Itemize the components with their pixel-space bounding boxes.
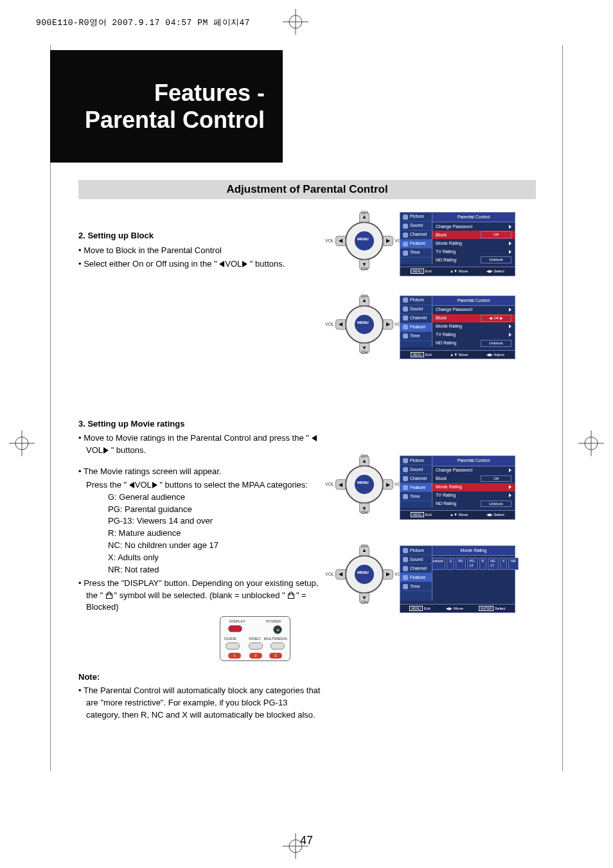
right-arrow-icon xyxy=(509,485,511,489)
page-title-line2: Parental Control xyxy=(85,107,265,134)
osd-footer: MENUExit ▲▼ Move ◀▶ Adjust xyxy=(400,350,515,359)
text-span: Move to Movie ratings in the Parental Co… xyxy=(84,433,311,443)
dpad-figure: MENU ▲ ▼ ◀ ▶ CH CH VOL VOL xyxy=(335,296,393,353)
left-arrow-icon xyxy=(312,435,317,441)
osd-side-item: Channel xyxy=(400,231,432,240)
dpad-right-icon: ▶ xyxy=(383,479,393,490)
osd-side-item: Sound xyxy=(400,222,432,231)
multimedia-button xyxy=(271,642,285,650)
time-icon xyxy=(403,251,408,256)
body-text: The Parental Control will automatically … xyxy=(78,685,323,722)
osd-side-item: Time xyxy=(400,582,432,591)
page-title-block: Features - Parental Control xyxy=(50,50,280,163)
heading-movie: 3. Setting up Movie ratings xyxy=(78,418,323,430)
channel-icon xyxy=(403,233,408,238)
registration-mark-icon xyxy=(578,430,604,456)
feature-icon xyxy=(403,324,408,330)
rating-line: PG: Parental guidance xyxy=(108,504,323,516)
dpad-figure: MENU ▲ ▼ ◀ ▶ CH CH VOL VOL xyxy=(335,212,393,270)
right-arrow-icon xyxy=(509,468,511,472)
osd-panel: Picture Sound Channel Feature Time Paren… xyxy=(400,456,515,520)
sound-icon xyxy=(403,557,408,562)
osd-side-item: Picture xyxy=(400,296,432,305)
osd-row: ND RatingUnblock xyxy=(432,256,515,264)
page-title-line1: Features - xyxy=(154,80,265,107)
text-span: VOL xyxy=(225,259,242,269)
right-arrow-icon xyxy=(509,308,511,312)
rating-chip: PG-13 xyxy=(467,558,478,570)
sound-icon xyxy=(403,306,408,312)
text-span: VOL xyxy=(86,445,103,455)
osd-side-item: Feature xyxy=(400,483,432,492)
right-arrow-icon xyxy=(152,482,157,488)
figure-group: MENU ▲ ▼ ◀ ▶ CH CH VOL VOL xyxy=(335,296,528,360)
right-arrow-icon xyxy=(509,333,511,337)
body-text: Move to Block in the Parental Control xyxy=(78,245,323,257)
right-arrow-icon xyxy=(103,447,109,454)
page-number: 47 xyxy=(300,834,313,847)
picture-icon xyxy=(403,458,408,463)
rating-line: G: General audience xyxy=(108,492,323,504)
picture-icon xyxy=(403,215,408,220)
osd-side-item: Sound xyxy=(400,555,432,564)
dpad-right-icon: ▶ xyxy=(383,319,393,330)
dpad-left-icon: ◀ xyxy=(335,236,346,246)
rating-chip: PG xyxy=(456,558,465,570)
rating-line: PG-13: Viewers 14 and over xyxy=(108,515,323,527)
body-text: Press the " VOL " buttons to select the … xyxy=(78,479,323,492)
body-text: Press the "DISPLAY" button. Depending on… xyxy=(78,578,323,614)
text-span: Select either On or Off using in the " xyxy=(84,259,219,269)
registration-mark-icon xyxy=(9,430,35,456)
print-header: 900E110-R0영어 2007.9.17 04:57 PM 페이지47 xyxy=(36,17,250,28)
osd-row: ND RatingUnblock xyxy=(432,500,515,508)
heading-block: 2. Setting up Block xyxy=(78,230,323,242)
sound-icon xyxy=(403,467,408,472)
osd-row: TV Rating xyxy=(432,492,515,500)
rating-line: NR: Not rated xyxy=(108,564,323,576)
osd-side-item: Time xyxy=(400,492,432,501)
remote-figure: DISPLAY POWER ⏻ GUIDE VIDEO MULTIMEDIA 1… xyxy=(220,616,290,661)
dpad-ch-label: CH xyxy=(361,599,368,606)
dpad-menu-label: MENU xyxy=(357,570,369,576)
dpad-ch-label: CH xyxy=(361,453,368,459)
channel-icon xyxy=(403,315,408,321)
right-arrow-icon xyxy=(509,225,511,229)
dpad-ch-label: CH xyxy=(361,266,368,272)
dpad-ch-label: CH xyxy=(361,293,368,299)
rating-chip: NR xyxy=(508,558,518,570)
right-arrow-icon xyxy=(509,324,511,328)
note-heading: Note: xyxy=(78,671,323,684)
text-span: Press the " xyxy=(86,480,129,490)
text-span: " buttons. xyxy=(109,445,146,455)
osd-row: Block◀ Off ▶ xyxy=(432,314,515,323)
time-icon xyxy=(403,333,408,339)
dpad-menu-label: MENU xyxy=(357,480,369,486)
display-button xyxy=(228,625,242,632)
osd-row: Movie Rating xyxy=(432,483,515,492)
channel-icon xyxy=(403,476,408,481)
dpad-figure: MENU ▲ ▼ ◀ ▶ CH CH VOL VOL xyxy=(335,545,393,603)
osd-panel-movie-rating: Picture Sound Channel Feature Time Movie… xyxy=(400,545,515,613)
osd-side-item: Channel xyxy=(400,314,432,323)
osd-side-item: Picture xyxy=(400,456,432,465)
picture-icon xyxy=(403,548,408,553)
remote-label-power: POWER xyxy=(266,619,281,624)
sound-icon xyxy=(403,224,408,229)
osd-row: Change Password xyxy=(432,222,515,231)
osd-row: BlockOff xyxy=(432,231,515,239)
osd-footer: MENUExit ▲▼ Move ◀▶ Select xyxy=(400,510,515,519)
power-button-icon: ⏻ xyxy=(273,625,282,634)
text-span: " buttons. xyxy=(247,259,285,269)
osd-title: Parental Control xyxy=(432,213,515,222)
body-text: Select either On or Off using in the " V… xyxy=(78,258,323,270)
rating-chip: X xyxy=(500,558,507,570)
picture-icon xyxy=(403,297,408,303)
dpad-vol-label: VOL xyxy=(325,571,334,578)
rating-line: R: Mature audience xyxy=(108,527,323,540)
osd-side-item: Time xyxy=(400,332,432,341)
dpad-menu-label: MENU xyxy=(357,236,369,242)
number-button: 3 xyxy=(269,653,282,659)
dpad-figure: MENU ▲ ▼ ◀ ▶ CH CH VOL VOL xyxy=(335,456,393,513)
osd-row: BlockOff xyxy=(432,475,515,483)
dpad-vol-label: VOL xyxy=(325,481,334,488)
